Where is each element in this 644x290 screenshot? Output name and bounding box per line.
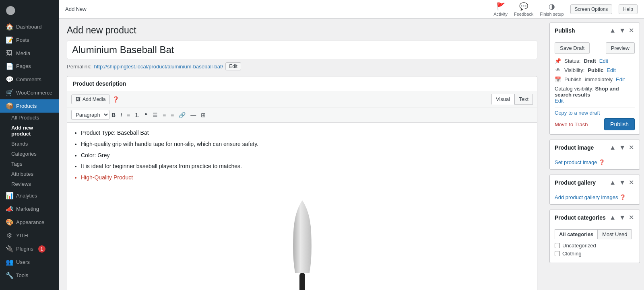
product-image-up[interactable]: ▲ (609, 144, 617, 151)
publish-close[interactable]: ✕ (628, 27, 635, 34)
catalog-edit-link[interactable]: Edit (555, 98, 564, 104)
preview-button[interactable]: Preview (606, 42, 635, 54)
copy-draft-link[interactable]: Copy to a new draft (555, 110, 635, 116)
product-image-close[interactable]: ✕ (628, 144, 635, 151)
product-gallery-header: Product gallery ▲ ▼ ✕ (550, 175, 640, 190)
ordered-list-button[interactable]: 1. (133, 111, 142, 119)
product-categories-body: All categories Most Used Uncategorized C… (550, 225, 640, 263)
publish-button[interactable]: Publish (604, 118, 635, 130)
product-image-body: Set product image ❓ (550, 155, 640, 169)
sidebar-item-plugins[interactable]: 🔌 Plugins 1 (0, 242, 59, 255)
product-gallery-close[interactable]: ✕ (628, 179, 635, 186)
publish-controls: ▲ ▼ ✕ (609, 27, 635, 34)
help-button[interactable]: Help (619, 4, 638, 14)
product-image-down[interactable]: ▼ (618, 144, 626, 151)
align-right-button[interactable]: ≡ (169, 111, 176, 119)
sidebar-item-analytics[interactable]: 📊 Analytics (0, 189, 59, 202)
topbar-actions: 🚩 Activity 💬 Feedback ◑ Finish setup Scr… (493, 2, 638, 16)
text-tab[interactable]: Text (514, 94, 533, 105)
activity-icon: 🚩 (496, 2, 505, 11)
product-image-header: Product image ▲ ▼ ✕ (550, 140, 640, 155)
editor-body[interactable]: Product Type: Baseball Bat High-quality … (67, 123, 537, 290)
product-gallery-body: Add product gallery images ❓ (550, 190, 640, 204)
finish-setup-action[interactable]: ◑ Finish setup (540, 2, 564, 16)
status-edit-link[interactable]: Edit (599, 58, 608, 64)
sidebar-subitem-reviews[interactable]: Reviews (0, 179, 59, 189)
category-uncategorized-checkbox[interactable] (555, 243, 560, 248)
sidebar-item-marketing[interactable]: 📣 Marketing (0, 202, 59, 216)
product-gallery-panel: Product gallery ▲ ▼ ✕ Add product galler… (549, 175, 640, 205)
appearance-icon: 🎨 (6, 218, 13, 226)
permalink-edit-button[interactable]: Edit (225, 62, 241, 70)
publish-top-buttons: Save Draft Preview (555, 42, 635, 54)
sidebar-item-users[interactable]: 👥 Users (0, 255, 59, 269)
sidebar-item-posts[interactable]: 📝 Posts (0, 33, 59, 47)
sidebar-item-products[interactable]: 📦 Products (0, 99, 59, 113)
set-product-image-link[interactable]: Set product image (555, 159, 597, 165)
all-categories-tab[interactable]: All categories (555, 229, 598, 239)
publish-immediately: immediately (585, 76, 613, 82)
sidebar-logo: ⬤ (0, 0, 59, 20)
sidebar-subitem-brands[interactable]: Brands (0, 139, 59, 149)
product-categories-up[interactable]: ▲ (609, 214, 617, 221)
bold-button[interactable]: B (109, 111, 118, 119)
svg-rect-0 (299, 273, 305, 290)
category-clothing-checkbox[interactable] (555, 251, 560, 256)
blockquote-button[interactable]: ❝ (142, 111, 150, 119)
category-uncategorized-label[interactable]: Uncategorized (562, 243, 596, 249)
sidebar-item-label: Plugins (16, 246, 33, 252)
sidebar-subitem-tags[interactable]: Tags (0, 159, 59, 169)
horizontal-rule-button[interactable]: — (188, 111, 198, 119)
sidebar-item-appearance[interactable]: 🎨 Appearance (0, 216, 59, 229)
baseball-bat-svg (278, 192, 326, 290)
activity-action[interactable]: 🚩 Activity (493, 2, 508, 16)
most-used-tab[interactable]: Most Used (598, 229, 632, 239)
screen-options-button[interactable]: Screen Options (570, 4, 613, 14)
visual-tab[interactable]: Visual (491, 94, 514, 105)
unordered-list-button[interactable]: ≡ (125, 111, 132, 119)
align-center-button[interactable]: ≡ (161, 111, 168, 119)
editor-help-icon[interactable]: ❓ (112, 96, 119, 103)
sidebar-subitem-add-product[interactable]: Add new product (0, 123, 59, 139)
sidebar-subitem-attributes[interactable]: Attributes (0, 169, 59, 179)
publish-date-label: Publish (564, 76, 582, 82)
publish-collapse-down[interactable]: ▼ (618, 27, 626, 34)
italic-button[interactable]: I (118, 111, 124, 119)
sidebar-item-label: Media (16, 50, 30, 56)
content-item-3: It is ideal for beginner baseball player… (81, 162, 531, 171)
publish-collapse-up[interactable]: ▲ (609, 27, 617, 34)
calendar-icon: 📅 (555, 76, 561, 82)
toolbar-left: 🖼 Add Media ❓ (71, 95, 119, 104)
feedback-action[interactable]: 💬 Feedback (514, 2, 533, 16)
sidebar-item-tools[interactable]: 🔧 Tools (0, 269, 59, 282)
sidebar-item-dashboard[interactable]: 🏠 Dashboard (0, 20, 59, 33)
align-left-button[interactable]: ☰ (151, 111, 160, 119)
sidebar-item-yith[interactable]: ⚙ YITH (0, 229, 59, 242)
sidebar-item-woocommerce[interactable]: 🛒 WooCommerce (0, 86, 59, 99)
add-gallery-images-link[interactable]: Add product gallery images (555, 194, 618, 200)
category-clothing-label[interactable]: Clothing (562, 251, 582, 257)
link-button[interactable]: 🔗 (177, 111, 188, 119)
content-item-4: High-Quality Product (81, 173, 531, 183)
publish-date-edit-link[interactable]: Edit (616, 76, 625, 82)
sidebar-item-label: Marketing (16, 206, 39, 212)
move-trash-link[interactable]: Move to Trash (555, 121, 588, 128)
product-categories-down[interactable]: ▼ (618, 214, 626, 221)
format-select[interactable]: Paragraph (71, 110, 109, 120)
save-draft-button[interactable]: Save Draft (555, 42, 590, 54)
product-title-input[interactable] (67, 41, 537, 59)
sidebar-subitem-all-products[interactable]: All Products (0, 113, 59, 123)
product-gallery-down[interactable]: ▼ (618, 179, 626, 186)
product-image-controls: ▲ ▼ ✕ (609, 144, 635, 151)
add-media-button[interactable]: 🖼 Add Media (71, 95, 110, 104)
catalog-visibility-row: Catalog visibility: Shop and search resu… (555, 86, 635, 104)
permalink-url[interactable]: http://shippingtest.local/product/alumin… (94, 64, 223, 70)
sidebar-item-media[interactable]: 🖼 Media (0, 47, 59, 60)
visibility-edit-link[interactable]: Edit (607, 67, 615, 73)
product-gallery-up[interactable]: ▲ (609, 179, 617, 186)
sidebar-item-comments[interactable]: 💬 Comments (0, 73, 59, 86)
product-categories-close[interactable]: ✕ (628, 214, 635, 221)
sidebar-subitem-categories[interactable]: Categories (0, 149, 59, 159)
sidebar-item-pages[interactable]: 📄 Pages (0, 60, 59, 73)
table-button[interactable]: ⊞ (199, 111, 208, 119)
